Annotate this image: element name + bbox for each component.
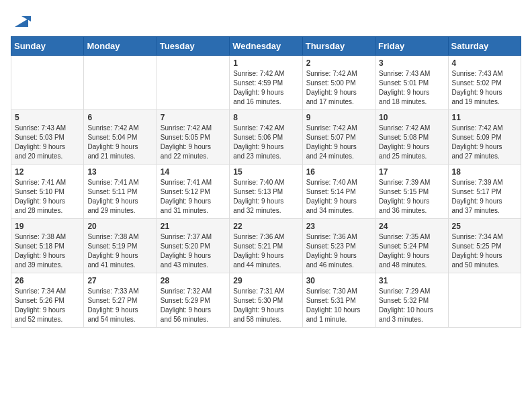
- calendar-cell: 29Sunrise: 7:31 AM Sunset: 5:30 PM Dayli…: [230, 273, 302, 328]
- calendar-cell: 23Sunrise: 7:36 AM Sunset: 5:23 PM Dayli…: [302, 219, 375, 273]
- weekday-header-sunday: Sunday: [11, 37, 84, 56]
- calendar-cell: 16Sunrise: 7:40 AM Sunset: 5:14 PM Dayli…: [302, 165, 375, 219]
- day-info: Sunrise: 7:42 AM Sunset: 5:08 PM Dayligh…: [379, 124, 444, 161]
- calendar-cell: 17Sunrise: 7:39 AM Sunset: 5:15 PM Dayli…: [375, 165, 448, 219]
- day-info: Sunrise: 7:33 AM Sunset: 5:27 PM Dayligh…: [87, 287, 152, 324]
- day-info: Sunrise: 7:43 AM Sunset: 5:02 PM Dayligh…: [452, 69, 517, 107]
- week-row-5: 26Sunrise: 7:34 AM Sunset: 5:26 PM Dayli…: [11, 273, 521, 328]
- day-number: 1: [233, 58, 298, 68]
- day-number: 16: [306, 167, 371, 177]
- calendar-cell: 7Sunrise: 7:42 AM Sunset: 5:05 PM Daylig…: [157, 110, 229, 165]
- day-number: 4: [452, 58, 517, 68]
- day-number: 28: [161, 276, 226, 285]
- day-number: 24: [379, 222, 444, 231]
- weekday-header-tuesday: Tuesday: [157, 37, 229, 56]
- weekday-header-monday: Monday: [84, 37, 157, 56]
- day-number: 5: [15, 113, 80, 122]
- day-info: Sunrise: 7:42 AM Sunset: 5:09 PM Dayligh…: [452, 124, 517, 161]
- day-info: Sunrise: 7:42 AM Sunset: 5:04 PM Dayligh…: [87, 124, 152, 161]
- day-number: 27: [87, 276, 152, 285]
- weekday-header-wednesday: Wednesday: [230, 37, 302, 56]
- calendar-cell: 1Sunrise: 7:42 AM Sunset: 4:59 PM Daylig…: [230, 56, 302, 110]
- day-info: Sunrise: 7:42 AM Sunset: 4:59 PM Dayligh…: [233, 69, 298, 107]
- day-number: 8: [233, 113, 298, 122]
- calendar-table: SundayMondayTuesdayWednesdayThursdayFrid…: [11, 36, 521, 328]
- calendar-cell: 4Sunrise: 7:43 AM Sunset: 5:02 PM Daylig…: [448, 56, 521, 110]
- day-info: Sunrise: 7:39 AM Sunset: 5:17 PM Dayligh…: [452, 178, 517, 216]
- day-number: 19: [15, 222, 80, 231]
- calendar-cell: 11Sunrise: 7:42 AM Sunset: 5:09 PM Dayli…: [448, 110, 521, 165]
- day-number: 29: [233, 276, 298, 285]
- day-number: 20: [87, 222, 152, 231]
- day-number: 21: [161, 222, 226, 231]
- weekday-header-friday: Friday: [375, 37, 448, 56]
- day-number: 14: [161, 167, 226, 177]
- day-info: Sunrise: 7:29 AM Sunset: 5:32 PM Dayligh…: [379, 287, 444, 324]
- calendar-cell: 25Sunrise: 7:34 AM Sunset: 5:25 PM Dayli…: [448, 219, 521, 273]
- weekday-header-row: SundayMondayTuesdayWednesdayThursdayFrid…: [11, 37, 521, 56]
- page-header: [11, 11, 521, 30]
- day-info: Sunrise: 7:42 AM Sunset: 5:05 PM Dayligh…: [161, 124, 226, 161]
- weekday-header-thursday: Thursday: [302, 37, 375, 56]
- day-info: Sunrise: 7:38 AM Sunset: 5:18 PM Dayligh…: [15, 232, 80, 270]
- svg-marker-0: [15, 19, 28, 27]
- weekday-header-saturday: Saturday: [448, 37, 521, 56]
- day-info: Sunrise: 7:36 AM Sunset: 5:21 PM Dayligh…: [233, 232, 298, 270]
- day-number: 13: [87, 167, 152, 177]
- calendar-cell: 12Sunrise: 7:41 AM Sunset: 5:10 PM Dayli…: [11, 165, 84, 219]
- day-info: Sunrise: 7:37 AM Sunset: 5:20 PM Dayligh…: [161, 232, 226, 270]
- calendar-cell: 21Sunrise: 7:37 AM Sunset: 5:20 PM Dayli…: [157, 219, 229, 273]
- day-info: Sunrise: 7:40 AM Sunset: 5:13 PM Dayligh…: [233, 178, 298, 216]
- calendar-cell: 13Sunrise: 7:41 AM Sunset: 5:11 PM Dayli…: [84, 165, 157, 219]
- day-info: Sunrise: 7:35 AM Sunset: 5:24 PM Dayligh…: [379, 232, 444, 270]
- calendar-cell: 5Sunrise: 7:43 AM Sunset: 5:03 PM Daylig…: [11, 110, 84, 165]
- day-number: 22: [233, 222, 298, 231]
- calendar-cell: 3Sunrise: 7:43 AM Sunset: 5:01 PM Daylig…: [375, 56, 448, 110]
- calendar-cell: 26Sunrise: 7:34 AM Sunset: 5:26 PM Dayli…: [11, 273, 84, 328]
- day-number: 10: [379, 113, 444, 122]
- logo-icon: [12, 11, 31, 30]
- day-info: Sunrise: 7:36 AM Sunset: 5:23 PM Dayligh…: [306, 232, 371, 270]
- calendar-cell: 27Sunrise: 7:33 AM Sunset: 5:27 PM Dayli…: [84, 273, 157, 328]
- day-info: Sunrise: 7:34 AM Sunset: 5:25 PM Dayligh…: [452, 232, 517, 270]
- week-row-4: 19Sunrise: 7:38 AM Sunset: 5:18 PM Dayli…: [11, 219, 521, 273]
- calendar-cell: [11, 56, 84, 110]
- day-number: 3: [379, 58, 444, 68]
- day-info: Sunrise: 7:41 AM Sunset: 5:11 PM Dayligh…: [87, 178, 152, 216]
- day-info: Sunrise: 7:43 AM Sunset: 5:01 PM Dayligh…: [379, 69, 444, 107]
- calendar-cell: 14Sunrise: 7:41 AM Sunset: 5:12 PM Dayli…: [157, 165, 229, 219]
- day-number: 2: [306, 58, 371, 68]
- logo: [11, 11, 31, 30]
- calendar-cell: 18Sunrise: 7:39 AM Sunset: 5:17 PM Dayli…: [448, 165, 521, 219]
- calendar-cell: 20Sunrise: 7:38 AM Sunset: 5:19 PM Dayli…: [84, 219, 157, 273]
- day-info: Sunrise: 7:39 AM Sunset: 5:15 PM Dayligh…: [379, 178, 444, 216]
- calendar-cell: 10Sunrise: 7:42 AM Sunset: 5:08 PM Dayli…: [375, 110, 448, 165]
- day-info: Sunrise: 7:40 AM Sunset: 5:14 PM Dayligh…: [306, 178, 371, 216]
- calendar-cell: [84, 56, 157, 110]
- day-number: 18: [452, 167, 517, 177]
- day-info: Sunrise: 7:34 AM Sunset: 5:26 PM Dayligh…: [15, 287, 80, 324]
- day-number: 9: [306, 113, 371, 122]
- day-number: 17: [379, 167, 444, 177]
- day-number: 23: [306, 222, 371, 231]
- calendar-cell: [448, 273, 521, 328]
- calendar-cell: 24Sunrise: 7:35 AM Sunset: 5:24 PM Dayli…: [375, 219, 448, 273]
- day-number: 12: [15, 167, 80, 177]
- day-info: Sunrise: 7:30 AM Sunset: 5:31 PM Dayligh…: [306, 287, 371, 324]
- day-info: Sunrise: 7:42 AM Sunset: 5:00 PM Dayligh…: [306, 69, 371, 107]
- day-info: Sunrise: 7:38 AM Sunset: 5:19 PM Dayligh…: [87, 232, 152, 270]
- calendar-cell: 8Sunrise: 7:42 AM Sunset: 5:06 PM Daylig…: [230, 110, 302, 165]
- day-info: Sunrise: 7:32 AM Sunset: 5:29 PM Dayligh…: [161, 287, 226, 324]
- week-row-1: 1Sunrise: 7:42 AM Sunset: 4:59 PM Daylig…: [11, 56, 521, 110]
- calendar-cell: 19Sunrise: 7:38 AM Sunset: 5:18 PM Dayli…: [11, 219, 84, 273]
- calendar-cell: 31Sunrise: 7:29 AM Sunset: 5:32 PM Dayli…: [375, 273, 448, 328]
- day-info: Sunrise: 7:41 AM Sunset: 5:10 PM Dayligh…: [15, 178, 80, 216]
- day-number: 15: [233, 167, 298, 177]
- week-row-3: 12Sunrise: 7:41 AM Sunset: 5:10 PM Dayli…: [11, 165, 521, 219]
- day-info: Sunrise: 7:31 AM Sunset: 5:30 PM Dayligh…: [233, 287, 298, 324]
- calendar-cell: 30Sunrise: 7:30 AM Sunset: 5:31 PM Dayli…: [302, 273, 375, 328]
- day-info: Sunrise: 7:41 AM Sunset: 5:12 PM Dayligh…: [161, 178, 226, 216]
- day-number: 26: [15, 276, 80, 285]
- day-info: Sunrise: 7:42 AM Sunset: 5:07 PM Dayligh…: [306, 124, 371, 161]
- calendar-cell: 15Sunrise: 7:40 AM Sunset: 5:13 PM Dayli…: [230, 165, 302, 219]
